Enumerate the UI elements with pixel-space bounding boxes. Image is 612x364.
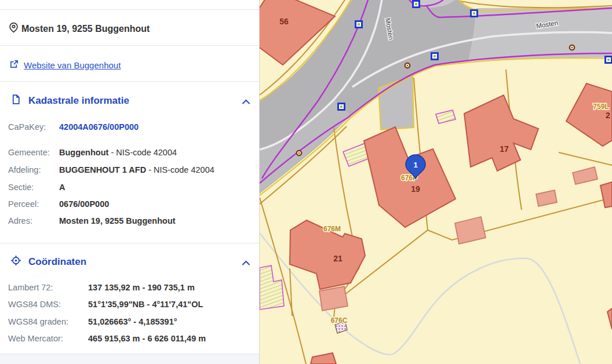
pin-number: 1: [413, 161, 417, 169]
house-number-21: 21: [333, 254, 343, 263]
row-value: 0676/00P000: [59, 199, 109, 209]
row-value: A: [59, 183, 65, 192]
row-sectie: Sectie:A: [8, 183, 65, 192]
divider: [0, 45, 259, 46]
website-link-row: Website van Buggenhout: [9, 59, 121, 71]
document-icon: [10, 94, 21, 107]
parcel-label-759L: 759L: [593, 103, 609, 111]
external-link-icon: [9, 59, 19, 71]
house-number-19: 19: [411, 184, 420, 194]
website-link[interactable]: Website van Buggenhout: [24, 60, 121, 70]
row-value: 51,026663° - 4,185391°: [88, 317, 177, 326]
brown-point-icon: [405, 63, 410, 68]
house-number-17: 17: [500, 144, 509, 154]
row-gemeente: Gemeente:Buggenhout - NIS-code 42004: [8, 148, 177, 157]
parcel-label-676M: 676M: [323, 225, 341, 233]
row-label: CaPaKey:: [8, 122, 59, 132]
row-value: BUGGENHOUT 1 AFD: [59, 165, 146, 174]
divider: [0, 9, 259, 10]
parcel-label-676C: 676C: [331, 316, 348, 325]
row-value: 137 135,92 m - 190 735,1 m: [88, 283, 195, 292]
row-label: Gemeente:: [8, 148, 59, 157]
row-label: WGS84 graden:: [8, 317, 88, 326]
row-capakey: CaPaKey:42004A0676/00P000: [8, 122, 139, 132]
row-lambert72: Lambert 72:137 135,92 m - 190 735,1 m: [8, 283, 195, 292]
row-label: WGS84 DMS:: [8, 300, 88, 309]
brown-point-icon: [297, 151, 301, 155]
survey-marker-icon: [413, 1, 420, 8]
info-panel: Mosten 19, 9255 Buggenhout Website van B…: [0, 0, 260, 364]
section-coordinaten-header[interactable]: Coördinaten: [10, 255, 86, 268]
divider: [0, 81, 259, 82]
section-kadastrale-header[interactable]: Kadastrale informatie: [10, 94, 129, 107]
row-value: 465 915,63 m - 6 626 011,49 m: [88, 334, 206, 343]
row-label: Adres:: [8, 216, 59, 225]
row-value: Mosten 19, 9255 Buggenhout: [59, 216, 176, 225]
capakey-link[interactable]: 42004A0676/00P000: [59, 122, 139, 132]
survey-marker-icon: [356, 21, 362, 28]
address-text: Mosten 19, 9255 Buggenhout: [21, 24, 150, 34]
map[interactable]: Mosten Mosten 676P 676M 676C 759L 56 19 …: [260, 0, 612, 364]
section-kadastrale-title: Kadastrale informatie: [28, 95, 129, 107]
panel-footer-strip: [0, 354, 259, 364]
row-value: 51°1'35,99"NB - 4°11'7,41"OL: [88, 300, 203, 309]
row-label: Perceel:: [8, 199, 59, 209]
row-label: Afdeling:: [8, 165, 59, 174]
house-number-56: 56: [279, 17, 289, 26]
survey-marker-icon: [471, 10, 478, 17]
brown-point-icon: [570, 45, 574, 50]
row-wgs84-dms: WGS84 DMS:51°1'35,99"NB - 4°11'7,41"OL: [8, 300, 203, 309]
row-web-mercator: Web Mercator:465 915,63 m - 6 626 011,49…: [8, 334, 206, 343]
crosshair-icon: [10, 255, 21, 268]
row-perceel: Perceel:0676/00P000: [8, 199, 109, 209]
survey-marker-icon: [338, 104, 345, 110]
chevron-up-icon[interactable]: [242, 258, 250, 268]
address-row: Mosten 19, 9255 Buggenhout: [8, 22, 150, 35]
row-value: Buggenhout: [59, 148, 108, 157]
section-coordinaten-title: Coördinaten: [28, 256, 86, 268]
location-pin-icon: [8, 22, 19, 35]
row-label: Lambert 72:: [8, 283, 88, 292]
survey-marker-icon: [432, 53, 438, 60]
row-label: Web Mercator:: [8, 334, 88, 343]
row-label: Sectie:: [8, 183, 59, 192]
row-afdeling: Afdeling:BUGGENHOUT 1 AFD - NIS-code 420…: [8, 165, 214, 174]
divider: [0, 243, 259, 243]
row-wgs84-graden: WGS84 graden:51,026663° - 4,185391°: [8, 317, 177, 326]
row-adres: Adres:Mosten 19, 9255 Buggenhout: [8, 216, 176, 225]
survey-marker-icon: [606, 57, 612, 63]
cadastral-viewer: Mosten 19, 9255 Buggenhout Website van B…: [0, 0, 612, 364]
chevron-up-icon[interactable]: [242, 97, 250, 107]
house-number-2: 2: [606, 111, 610, 120]
